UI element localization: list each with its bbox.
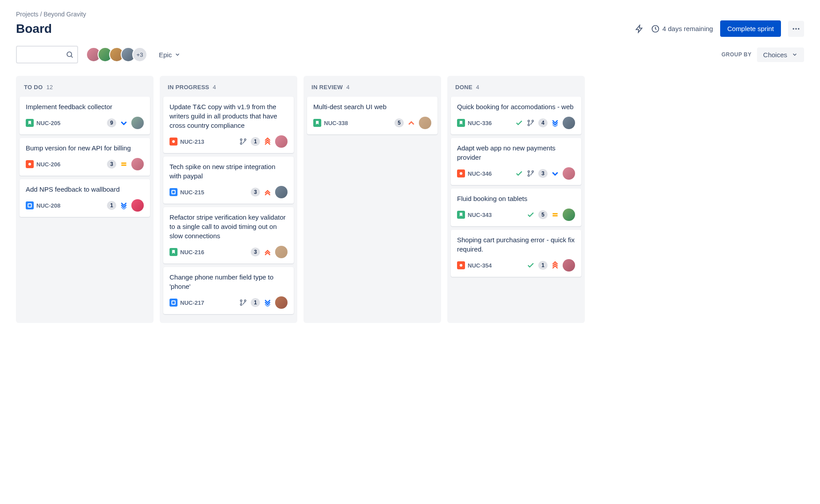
assignee-avatar[interactable] (563, 117, 575, 129)
issue-type-icon (170, 248, 177, 256)
assignee-avatar[interactable] (131, 158, 144, 170)
estimate-badge: 4 (538, 118, 548, 127)
priority-icon (264, 248, 272, 256)
check-icon (515, 169, 523, 177)
card[interactable]: Fluid booking on tablets NUC-343 5 (451, 189, 581, 226)
assignee-avatar[interactable] (563, 259, 575, 272)
epic-dropdown[interactable]: Epic (155, 48, 184, 61)
assignee-avatar[interactable] (563, 167, 575, 180)
issue-type-icon (170, 299, 177, 307)
assignee-avatar[interactable] (275, 246, 288, 258)
chevron-down-icon (174, 51, 181, 58)
automation-icon[interactable] (635, 24, 644, 33)
card-title: Fluid booking on tablets (457, 194, 575, 203)
svg-point-2 (795, 28, 796, 29)
assignee-avatar[interactable] (275, 296, 288, 309)
svg-point-20 (528, 124, 530, 126)
breadcrumb: Projects / Beyond Gravity (16, 11, 804, 18)
issue-key: NUC-205 (36, 120, 60, 126)
epic-label: Epic (159, 51, 172, 59)
assignee-avatar[interactable] (131, 199, 144, 212)
svg-point-24 (528, 175, 530, 177)
issue-key: NUC-217 (180, 299, 204, 306)
issue-type-icon (26, 201, 34, 209)
branch-icon (239, 299, 247, 307)
card[interactable]: Add NPS feedback to wallboard NUC-208 1 (20, 179, 150, 217)
issue-type-icon (457, 169, 465, 177)
column: DONE 4 Quick booking for accomodations -… (447, 76, 585, 323)
issue-type-icon (170, 138, 177, 146)
breadcrumb-projects[interactable]: Projects (16, 11, 39, 18)
column-count: 4 (347, 84, 350, 91)
check-icon (515, 119, 523, 127)
ellipsis-icon (792, 24, 800, 33)
assignee-avatar[interactable] (419, 117, 431, 129)
priority-icon (120, 160, 128, 168)
complete-sprint-button[interactable]: Complete sprint (720, 20, 781, 37)
card[interactable]: Adapt web app no new payments provider N… (451, 138, 581, 185)
priority-icon (551, 169, 559, 177)
breadcrumb-project-name[interactable]: Beyond Gravity (43, 11, 86, 18)
branch-icon (527, 169, 535, 177)
card-title: Shoping cart purchasing error - quick fi… (457, 235, 575, 254)
card[interactable]: Multi-dest search UI web NUC-338 5 (307, 97, 438, 134)
column-title: TO DO (24, 84, 43, 91)
priority-icon (264, 188, 272, 196)
svg-point-23 (528, 171, 530, 173)
card-title: Bump version for new API for billing (26, 143, 144, 153)
search-icon (66, 51, 74, 59)
avatar-more[interactable]: +3 (132, 47, 147, 62)
issue-type-icon (457, 261, 465, 269)
assignee-avatar[interactable] (131, 117, 144, 129)
branch-icon (239, 138, 247, 146)
priority-icon (120, 119, 128, 127)
card-title: Adapt web app no new payments provider (457, 143, 575, 162)
card-title: Multi-dest search UI web (313, 102, 431, 111)
issue-type-icon (26, 160, 34, 168)
column-title: DONE (455, 84, 473, 91)
estimate-badge: 5 (538, 210, 548, 219)
priority-icon (551, 119, 559, 127)
time-remaining: 4 days remaining (662, 25, 713, 32)
issue-type-icon (170, 188, 177, 196)
issue-key: NUC-215 (180, 189, 204, 196)
card[interactable]: Quick booking for accomodations - web NU… (451, 97, 581, 134)
svg-point-18 (244, 300, 246, 302)
group-by-dropdown[interactable]: Choices (757, 47, 804, 62)
svg-rect-15 (172, 301, 175, 304)
issue-key: NUC-336 (468, 120, 492, 126)
search-box (16, 46, 78, 63)
svg-point-22 (460, 172, 462, 175)
more-actions-button[interactable] (788, 21, 804, 37)
svg-line-5 (71, 56, 72, 57)
svg-point-10 (172, 140, 175, 143)
estimate-badge: 3 (251, 188, 260, 197)
issue-key: NUC-208 (36, 202, 60, 209)
card[interactable]: Refactor stripe verification key validat… (163, 207, 294, 264)
priority-icon (551, 211, 559, 219)
assignee-avatar[interactable] (275, 186, 288, 198)
svg-point-19 (528, 120, 530, 122)
column-title: IN PROGRESS (168, 84, 209, 91)
card[interactable]: Shoping cart purchasing error - quick fi… (451, 230, 581, 277)
card-title: Tech spike on new stripe integration wit… (170, 162, 288, 181)
estimate-badge: 1 (251, 298, 260, 307)
estimate-badge: 3 (107, 160, 116, 169)
svg-point-25 (532, 171, 534, 173)
card-title: Quick booking for accomodations - web (457, 102, 575, 111)
svg-point-3 (798, 28, 799, 29)
column-title: IN REVIEW (311, 84, 343, 91)
assignee-avatar[interactable] (563, 209, 575, 221)
column-count: 4 (476, 84, 479, 91)
svg-point-4 (67, 52, 72, 57)
card[interactable]: Implement feedback collector NUC-205 9 (20, 97, 150, 134)
column: IN REVIEW 4 Multi-dest search UI web NUC… (304, 76, 441, 323)
check-icon (527, 261, 535, 269)
card[interactable]: Tech spike on new stripe integration wit… (163, 157, 294, 204)
assignee-avatar[interactable] (275, 135, 288, 148)
avatar-group[interactable]: +3 (86, 47, 147, 62)
card[interactable]: Bump version for new API for billing NUC… (20, 138, 150, 176)
column-count: 12 (46, 84, 52, 91)
card[interactable]: Change phone number field type to 'phone… (163, 267, 294, 314)
card[interactable]: Update T&C copy with v1.9 from the write… (163, 97, 294, 153)
